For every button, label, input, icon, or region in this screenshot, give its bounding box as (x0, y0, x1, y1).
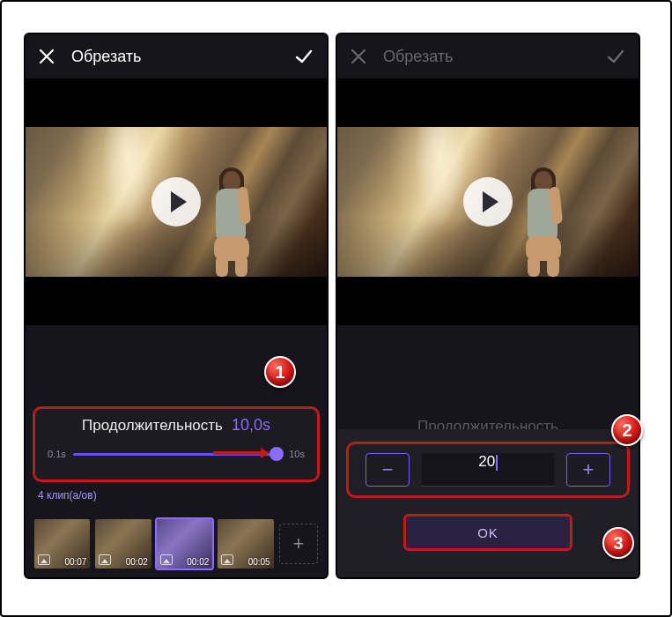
duration-input[interactable]: 20 (422, 453, 554, 487)
stepper-sheet: − 20 + OK (337, 429, 639, 577)
decrement-button[interactable]: − (366, 453, 410, 487)
confirm-icon[interactable] (293, 46, 314, 67)
clip-thumbnail[interactable]: 00:07 (34, 519, 90, 569)
clip-thumbnail[interactable]: 00:05 (218, 519, 273, 569)
clip-duration: 00:02 (126, 557, 148, 567)
clip-thumbnails: 00:07 00:02 00:02 00:05 + (34, 519, 318, 569)
clip-duration: 00:02 (187, 557, 209, 567)
image-icon (38, 554, 50, 565)
video-preview-area (26, 78, 327, 325)
video-subject-illustration (196, 145, 267, 277)
annotation-badge-3: 3 (602, 527, 634, 559)
slider-max-label: 10s (289, 449, 305, 459)
duration-value[interactable]: 10,0s (232, 416, 270, 435)
ok-button[interactable]: OK (403, 514, 572, 551)
minus-icon: − (382, 458, 394, 481)
clip-duration: 00:07 (64, 557, 86, 567)
slider-min-label: 0.1s (48, 449, 66, 459)
slider-thumb[interactable] (270, 447, 284, 461)
ok-label: OK (477, 525, 498, 540)
controls-area: Продолжительность − 20 + OK (337, 325, 639, 577)
duration-slider[interactable] (73, 447, 282, 461)
close-icon[interactable] (350, 48, 367, 65)
video-preview-area (337, 78, 639, 325)
video-preview (26, 127, 327, 277)
clip-duration: 00:05 (248, 557, 270, 567)
topbar: Обрезать (337, 34, 639, 78)
page-title: Обрезать (383, 48, 605, 66)
topbar: Обрезать (26, 34, 327, 78)
duration-input-value: 20 (478, 453, 495, 470)
page-title: Обрезать (71, 48, 293, 66)
image-icon (99, 554, 111, 565)
caret-icon (496, 455, 498, 471)
increment-button[interactable]: + (566, 453, 610, 487)
clip-thumbnail[interactable]: 00:02 (95, 519, 151, 569)
duration-label: Продолжительность (82, 417, 223, 435)
play-icon[interactable] (463, 177, 513, 227)
add-clip-button[interactable]: + (279, 524, 318, 564)
image-icon (221, 554, 233, 565)
annotation-badge-1: 1 (264, 356, 296, 388)
plus-icon: + (583, 458, 594, 481)
image-icon (160, 554, 173, 565)
video-preview (337, 127, 639, 277)
clip-thumbnail-selected[interactable]: 00:02 (157, 519, 212, 569)
clip-count-label: 4 клип(а/ов) (38, 489, 97, 502)
plus-icon: + (292, 532, 304, 555)
annotation-badge-2: 2 (611, 414, 643, 446)
confirm-icon[interactable] (605, 46, 626, 67)
duration-panel: Продолжительность 10,0s 0.1s 10s (33, 406, 320, 482)
video-subject-illustration (508, 145, 579, 277)
duration-stepper: − 20 + (346, 442, 630, 498)
close-icon[interactable] (38, 48, 55, 65)
play-icon[interactable] (151, 177, 201, 227)
phone-left: Обрезать Продолжительность 10,0s 0.1s (24, 33, 329, 579)
phone-right: Обрезать Продолжительность − (336, 33, 640, 579)
